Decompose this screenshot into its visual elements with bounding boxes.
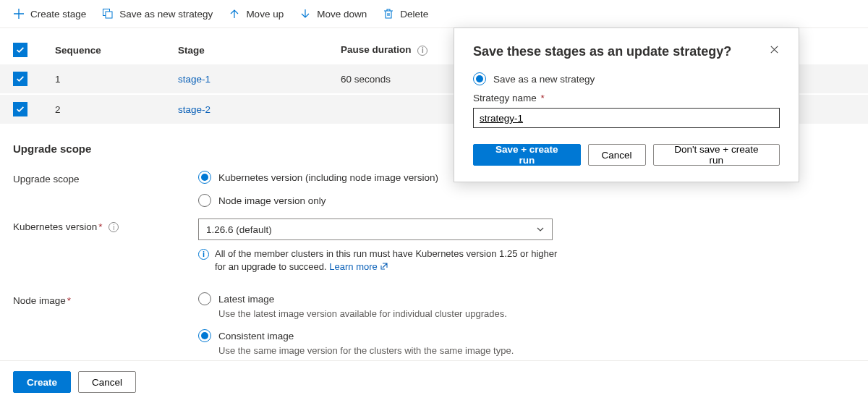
node-latest-radio[interactable]: Latest image bbox=[198, 292, 855, 305]
radio-icon bbox=[198, 171, 211, 184]
arrow-down-icon bbox=[299, 8, 311, 20]
radio-icon bbox=[198, 329, 211, 342]
col-sequence: Sequence bbox=[55, 45, 178, 56]
k8s-version-select[interactable]: 1.26.6 (default) bbox=[198, 219, 553, 240]
radio-subtext: Use the same image version for the clust… bbox=[218, 345, 855, 356]
chevron-down-icon bbox=[536, 225, 545, 234]
plus-icon bbox=[13, 8, 25, 20]
modal-cancel-button[interactable]: Cancel bbox=[588, 144, 646, 166]
radio-label: Node image version only bbox=[218, 195, 326, 206]
delete-button[interactable]: Delete bbox=[383, 8, 428, 20]
row-checkbox[interactable] bbox=[13, 72, 27, 86]
row-checkbox[interactable] bbox=[13, 102, 27, 116]
learn-more-link[interactable]: Learn more bbox=[329, 261, 388, 272]
upgrade-scope-form: Upgrade scope Kubernetes version (includ… bbox=[0, 161, 868, 385]
move-down-button[interactable]: Move down bbox=[299, 8, 367, 20]
footer-actions: Create Cancel bbox=[0, 360, 868, 403]
save-strategy-button[interactable]: Save as new strategy bbox=[102, 8, 213, 20]
radio-label: Kubernetes version (including node image… bbox=[218, 172, 438, 183]
trash-icon bbox=[383, 8, 394, 20]
modal-title: Save these stages as an update strategy? bbox=[473, 44, 731, 59]
toolbar-label: Create stage bbox=[30, 9, 86, 20]
dont-save-create-button[interactable]: Don't save + create run bbox=[653, 144, 780, 166]
cell-stage-link[interactable]: stage-1 bbox=[178, 74, 341, 85]
strategy-name-label: Strategy name * bbox=[473, 93, 780, 103]
save-create-button[interactable]: Save + create run bbox=[473, 144, 581, 166]
scope-node-image-radio[interactable]: Node image version only bbox=[198, 194, 855, 207]
info-icon[interactable]: i bbox=[417, 46, 427, 56]
toolbar-label: Delete bbox=[400, 9, 428, 20]
node-consistent-radio[interactable]: Consistent image bbox=[198, 329, 855, 342]
svg-rect-1 bbox=[106, 12, 112, 18]
radio-icon bbox=[198, 194, 211, 207]
radio-icon bbox=[473, 72, 486, 85]
radio-icon bbox=[198, 292, 211, 305]
move-up-button[interactable]: Move up bbox=[229, 8, 284, 20]
col-stage: Stage bbox=[178, 45, 341, 56]
toolbar-label: Save as new strategy bbox=[119, 9, 213, 20]
k8s-info-box: i All of the member clusters in this run… bbox=[198, 247, 567, 273]
info-icon[interactable]: i bbox=[109, 222, 119, 232]
cancel-button[interactable]: Cancel bbox=[78, 371, 136, 393]
close-icon[interactable] bbox=[769, 44, 780, 55]
arrow-up-icon bbox=[229, 8, 240, 20]
radio-label: Latest image bbox=[218, 294, 274, 305]
select-all-checkbox[interactable] bbox=[13, 43, 27, 57]
radio-label: Save as a new strategy bbox=[493, 74, 595, 85]
external-link-icon bbox=[380, 262, 388, 271]
node-image-label: Node image* bbox=[13, 292, 198, 306]
cell-stage-link[interactable]: stage-2 bbox=[178, 104, 341, 115]
cell-seq: 2 bbox=[55, 104, 178, 115]
save-new-radio[interactable]: Save as a new strategy bbox=[473, 72, 780, 85]
strategy-name-input[interactable] bbox=[473, 108, 780, 128]
save-strategy-modal: Save these stages as an update strategy?… bbox=[454, 27, 799, 182]
save-as-icon bbox=[102, 8, 114, 20]
radio-subtext: Use the latest image version available f… bbox=[218, 308, 855, 319]
k8s-version-label: Kubernetes version* i bbox=[13, 219, 198, 232]
toolbar: Create stage Save as new strategy Move u… bbox=[0, 0, 868, 28]
create-stage-button[interactable]: Create stage bbox=[13, 8, 86, 20]
select-value: 1.26.6 (default) bbox=[206, 224, 272, 235]
radio-label: Consistent image bbox=[218, 331, 294, 342]
toolbar-label: Move up bbox=[246, 9, 284, 20]
cell-seq: 1 bbox=[55, 74, 178, 85]
info-circle-icon: i bbox=[198, 249, 209, 260]
upgrade-scope-label: Upgrade scope bbox=[13, 171, 198, 184]
toolbar-label: Move down bbox=[317, 9, 367, 20]
create-button[interactable]: Create bbox=[13, 371, 71, 393]
